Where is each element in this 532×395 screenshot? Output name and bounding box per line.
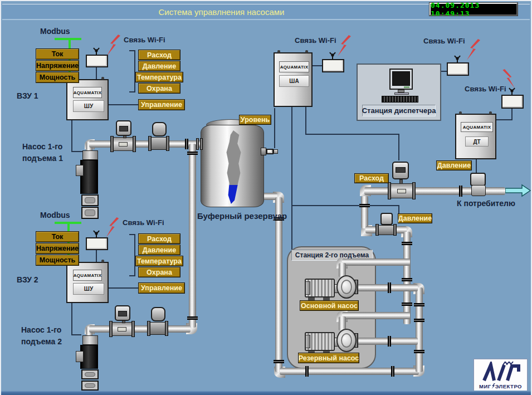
security-signal-button-2[interactable]: Охрана — [138, 267, 180, 277]
main-pump-button[interactable]: Основной насос — [300, 300, 359, 311]
pipe-coupling — [187, 152, 198, 155]
current-button-2[interactable]: Ток — [36, 231, 79, 242]
reserve-pump-volute[interactable] — [336, 329, 357, 352]
window-frame-bottom — [1, 391, 531, 395]
outlet-pressure-sensor — [471, 185, 486, 196]
main-pump-volute[interactable] — [336, 275, 357, 299]
security-signal-button-1[interactable]: Охрана — [138, 83, 180, 94]
pipe-flange — [388, 182, 391, 199]
wire — [71, 120, 72, 152]
main-pump-motor[interactable] — [305, 279, 335, 298]
pipe-segment — [416, 287, 423, 372]
device-module: ШУ — [73, 100, 104, 112]
pipe-flange — [133, 136, 136, 152]
wifi-label-sha: Связь Wi-Fi — [295, 36, 336, 45]
pipe-coupling — [274, 360, 284, 363]
voltage-button-2[interactable]: Напряжение — [36, 243, 79, 254]
antenna-icon-2 — [92, 230, 100, 237]
flow-transmitter-2 — [115, 305, 130, 321]
reservoir-caption: Буферный резервуар — [197, 211, 287, 221]
screw-icon — [459, 111, 462, 114]
wire — [398, 134, 399, 160]
pipe-coupling — [305, 366, 309, 377]
pipe-segment — [280, 368, 419, 375]
wire — [71, 334, 81, 335]
device-brand: AQUAMATIX — [279, 61, 309, 72]
pipe-segment — [342, 312, 410, 319]
voltage-button-1[interactable]: Напряжение — [36, 60, 79, 71]
pipe-coupling — [459, 186, 462, 197]
pressure-signal-button-1[interactable]: Давление — [138, 61, 180, 71]
flow-arrow-icon — [505, 184, 531, 197]
signal-bracket-1 — [129, 50, 134, 51]
borehole-pump-1 — [81, 194, 99, 206]
device-brand: AQUAMATIX — [73, 87, 102, 98]
screw-icon — [489, 111, 492, 114]
computer-icon — [389, 69, 413, 90]
antenna-icon-dispatcher — [453, 55, 461, 62]
level-sensor — [261, 148, 266, 155]
pipe-flange — [200, 138, 203, 150]
radio-modem-2 — [86, 237, 108, 250]
wire — [109, 104, 138, 105]
device-brand: AQUAMATIX — [73, 270, 102, 281]
control-button-1[interactable]: Управление — [138, 99, 185, 110]
control-cabinet-vzu2: AQUAMATIX ШУ — [66, 262, 109, 303]
control-button-2[interactable]: Управление — [138, 282, 185, 294]
screw-icon — [101, 260, 104, 262]
current-button-1[interactable]: Ток — [36, 48, 79, 60]
pipe-coupling — [187, 316, 198, 320]
flow-signal-button-1[interactable]: Расход — [138, 50, 180, 60]
dt-pressure-button[interactable]: Давление — [436, 160, 472, 170]
borehole-pump-1 — [82, 150, 98, 160]
pipe-segment — [275, 197, 282, 372]
pipe-coupling — [388, 282, 391, 293]
temperature-signal-button-1[interactable]: Температура — [135, 72, 183, 82]
flow-signal-button-2[interactable]: Расход — [138, 233, 180, 244]
pump1-caption-line2: подъема 1 — [22, 154, 63, 163]
pipe-coupling — [359, 204, 370, 207]
temperature-signal-button-2[interactable]: Температура — [135, 256, 183, 266]
wire — [511, 109, 513, 120]
reserve-pump-motor[interactable] — [305, 332, 335, 351]
borehole-pump-1 — [81, 207, 99, 219]
valve-actuator-1 — [152, 122, 167, 136]
wifi-lightning-icon-1 — [106, 35, 120, 56]
antenna-icon-1 — [92, 47, 100, 55]
radio-modem-sha — [322, 59, 344, 72]
reserve-pump-button[interactable]: Резервный насос — [298, 353, 359, 363]
scada-screen: Система управлнения насосами 04.09.2013 … — [0, 0, 532, 395]
signal-bracket-1 — [134, 50, 135, 92]
signal-bracket-2 — [129, 275, 134, 276]
pipe-segment — [361, 196, 368, 228]
device-module: ША — [279, 75, 309, 87]
borehole-pump-1 — [76, 165, 84, 176]
outlet-flow-button[interactable]: Расход — [354, 173, 389, 183]
pressure-signal-button-2[interactable]: Давление — [138, 245, 180, 255]
control-cabinet-vzu1: AQUAMATIX ШУ — [66, 79, 109, 120]
wire — [96, 250, 97, 262]
valve-2 — [150, 322, 165, 335]
pipe-coupling — [185, 139, 188, 149]
valve-1 — [151, 137, 167, 150]
logo-text: МИГЭЛЕКТРО — [474, 383, 527, 389]
screw-icon — [305, 50, 308, 53]
borehole-pump-2 — [82, 335, 98, 345]
pipe-flange — [147, 321, 150, 336]
pipe-coupling — [414, 350, 424, 353]
power-button-2[interactable]: Мощность — [36, 255, 79, 266]
wire — [476, 159, 477, 174]
wire — [71, 151, 82, 152]
pipe-coupling — [414, 319, 424, 322]
wire — [291, 107, 292, 252]
wire — [441, 71, 447, 72]
power-button-1[interactable]: Мощность — [36, 72, 79, 83]
wire — [305, 134, 399, 135]
outlet-pressure-sensor — [470, 173, 486, 186]
pipe-segment — [89, 325, 191, 333]
wire — [274, 108, 275, 148]
valve-pressure-button[interactable]: Давление — [398, 213, 432, 223]
pipe-coupling — [388, 336, 391, 347]
level-button[interactable]: Уровень — [239, 115, 271, 125]
wire — [109, 287, 138, 289]
